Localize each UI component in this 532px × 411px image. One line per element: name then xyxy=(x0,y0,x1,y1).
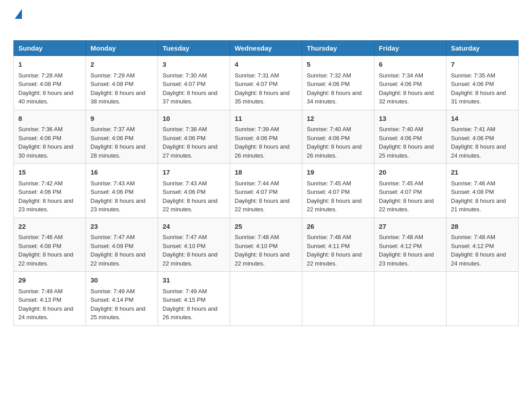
calendar-day-cell: 9 Sunrise: 7:37 AMSunset: 4:06 PMDayligh… xyxy=(86,110,158,164)
day-sunrise: Sunrise: 7:46 AMSunset: 4:08 PMDaylight:… xyxy=(451,180,506,213)
calendar-day-cell: 20 Sunrise: 7:45 AMSunset: 4:07 PMDaylig… xyxy=(374,164,446,218)
day-number: 9 xyxy=(90,114,153,124)
calendar-day-cell: 29 Sunrise: 7:49 AMSunset: 4:13 PMDaylig… xyxy=(14,272,86,326)
day-number: 2 xyxy=(90,60,153,70)
calendar-day-cell: 16 Sunrise: 7:43 AMSunset: 4:06 PMDaylig… xyxy=(86,164,158,218)
calendar-day-cell: 11 Sunrise: 7:39 AMSunset: 4:06 PMDaylig… xyxy=(230,110,302,164)
day-number: 10 xyxy=(163,114,225,124)
calendar-day-cell: 25 Sunrise: 7:48 AMSunset: 4:10 PMDaylig… xyxy=(230,218,302,272)
calendar-week-row: 1 Sunrise: 7:28 AMSunset: 4:08 PMDayligh… xyxy=(14,56,519,110)
calendar-week-row: 15 Sunrise: 7:42 AMSunset: 4:06 PMDaylig… xyxy=(14,164,519,218)
day-sunrise: Sunrise: 7:36 AMSunset: 4:06 PMDaylight:… xyxy=(18,126,73,159)
day-number: 17 xyxy=(163,167,225,178)
day-sunrise: Sunrise: 7:34 AMSunset: 4:06 PMDaylight:… xyxy=(379,72,434,105)
day-sunrise: Sunrise: 7:28 AMSunset: 4:08 PMDaylight:… xyxy=(18,72,73,105)
calendar-day-cell: 19 Sunrise: 7:45 AMSunset: 4:07 PMDaylig… xyxy=(302,164,374,218)
day-number: 31 xyxy=(163,275,225,286)
calendar-day-cell: 22 Sunrise: 7:46 AMSunset: 4:08 PMDaylig… xyxy=(14,218,86,272)
day-sunrise: Sunrise: 7:43 AMSunset: 4:06 PMDaylight:… xyxy=(163,180,218,213)
calendar-day-cell: 30 Sunrise: 7:49 AMSunset: 4:14 PMDaylig… xyxy=(86,272,158,326)
page-header xyxy=(13,9,519,31)
day-sunrise: Sunrise: 7:48 AMSunset: 4:10 PMDaylight:… xyxy=(235,234,290,267)
calendar-day-cell: 7 Sunrise: 7:35 AMSunset: 4:06 PMDayligh… xyxy=(446,56,519,110)
day-sunrise: Sunrise: 7:43 AMSunset: 4:06 PMDaylight:… xyxy=(90,180,146,213)
calendar-day-cell: 23 Sunrise: 7:47 AMSunset: 4:09 PMDaylig… xyxy=(86,218,158,272)
day-sunrise: Sunrise: 7:29 AMSunset: 4:08 PMDaylight:… xyxy=(90,72,146,105)
calendar-day-cell: 13 Sunrise: 7:40 AMSunset: 4:06 PMDaylig… xyxy=(374,110,446,164)
weekday-header-monday: Monday xyxy=(86,41,158,56)
day-number: 14 xyxy=(451,114,514,124)
calendar-day-cell: 3 Sunrise: 7:30 AMSunset: 4:07 PMDayligh… xyxy=(158,56,230,110)
day-number: 19 xyxy=(307,167,369,178)
day-sunrise: Sunrise: 7:47 AMSunset: 4:10 PMDaylight:… xyxy=(163,234,218,267)
weekday-header-wednesday: Wednesday xyxy=(230,41,302,56)
weekday-header-saturday: Saturday xyxy=(446,41,519,56)
calendar-week-row: 29 Sunrise: 7:49 AMSunset: 4:13 PMDaylig… xyxy=(14,272,519,326)
calendar-day-cell: 10 Sunrise: 7:38 AMSunset: 4:06 PMDaylig… xyxy=(158,110,230,164)
day-sunrise: Sunrise: 7:49 AMSunset: 4:13 PMDaylight:… xyxy=(18,288,73,321)
day-sunrise: Sunrise: 7:49 AMSunset: 4:15 PMDaylight:… xyxy=(163,288,218,321)
calendar-day-cell xyxy=(302,272,374,326)
day-number: 5 xyxy=(307,60,369,70)
calendar-day-cell: 31 Sunrise: 7:49 AMSunset: 4:15 PMDaylig… xyxy=(158,272,230,326)
day-number: 15 xyxy=(18,167,81,178)
calendar-day-cell: 24 Sunrise: 7:47 AMSunset: 4:10 PMDaylig… xyxy=(158,218,230,272)
calendar-day-cell: 26 Sunrise: 7:48 AMSunset: 4:11 PMDaylig… xyxy=(302,218,374,272)
day-sunrise: Sunrise: 7:40 AMSunset: 4:06 PMDaylight:… xyxy=(307,126,362,159)
day-sunrise: Sunrise: 7:37 AMSunset: 4:06 PMDaylight:… xyxy=(90,126,146,159)
calendar-day-cell: 5 Sunrise: 7:32 AMSunset: 4:06 PMDayligh… xyxy=(302,56,374,110)
day-sunrise: Sunrise: 7:48 AMSunset: 4:12 PMDaylight:… xyxy=(451,234,506,267)
weekday-header-row: SundayMondayTuesdayWednesdayThursdayFrid… xyxy=(14,41,519,56)
calendar-table: SundayMondayTuesdayWednesdayThursdayFrid… xyxy=(13,40,519,326)
day-sunrise: Sunrise: 7:38 AMSunset: 4:06 PMDaylight:… xyxy=(163,126,218,159)
day-sunrise: Sunrise: 7:49 AMSunset: 4:14 PMDaylight:… xyxy=(90,288,146,321)
day-number: 21 xyxy=(451,167,514,178)
day-number: 6 xyxy=(379,60,442,70)
day-number: 26 xyxy=(307,222,369,232)
weekday-header-sunday: Sunday xyxy=(14,41,86,56)
day-sunrise: Sunrise: 7:30 AMSunset: 4:07 PMDaylight:… xyxy=(163,72,218,105)
calendar-week-row: 8 Sunrise: 7:36 AMSunset: 4:06 PMDayligh… xyxy=(14,110,519,164)
day-number: 1 xyxy=(18,60,81,70)
day-number: 12 xyxy=(307,114,369,124)
day-sunrise: Sunrise: 7:48 AMSunset: 4:11 PMDaylight:… xyxy=(307,234,362,267)
calendar-day-cell: 27 Sunrise: 7:48 AMSunset: 4:12 PMDaylig… xyxy=(374,218,446,272)
calendar-day-cell: 15 Sunrise: 7:42 AMSunset: 4:06 PMDaylig… xyxy=(14,164,86,218)
day-number: 27 xyxy=(379,222,442,232)
calendar-day-cell: 18 Sunrise: 7:44 AMSunset: 4:07 PMDaylig… xyxy=(230,164,302,218)
calendar-day-cell: 4 Sunrise: 7:31 AMSunset: 4:07 PMDayligh… xyxy=(230,56,302,110)
day-number: 3 xyxy=(163,60,225,70)
logo xyxy=(13,9,22,31)
weekday-header-thursday: Thursday xyxy=(302,41,374,56)
day-number: 29 xyxy=(18,275,81,286)
day-number: 18 xyxy=(235,167,297,178)
calendar-day-cell: 6 Sunrise: 7:34 AMSunset: 4:06 PMDayligh… xyxy=(374,56,446,110)
day-sunrise: Sunrise: 7:42 AMSunset: 4:06 PMDaylight:… xyxy=(18,180,73,213)
day-number: 16 xyxy=(90,167,153,178)
day-number: 23 xyxy=(90,222,153,232)
day-number: 8 xyxy=(18,114,81,124)
calendar-day-cell: 8 Sunrise: 7:36 AMSunset: 4:06 PMDayligh… xyxy=(14,110,86,164)
day-number: 28 xyxy=(451,222,514,232)
day-number: 7 xyxy=(451,60,514,70)
day-sunrise: Sunrise: 7:31 AMSunset: 4:07 PMDaylight:… xyxy=(235,72,290,105)
day-sunrise: Sunrise: 7:35 AMSunset: 4:06 PMDaylight:… xyxy=(451,72,506,105)
day-sunrise: Sunrise: 7:45 AMSunset: 4:07 PMDaylight:… xyxy=(307,180,362,213)
calendar-day-cell xyxy=(374,272,446,326)
day-sunrise: Sunrise: 7:32 AMSunset: 4:06 PMDaylight:… xyxy=(307,72,362,105)
calendar-day-cell: 17 Sunrise: 7:43 AMSunset: 4:06 PMDaylig… xyxy=(158,164,230,218)
day-number: 25 xyxy=(235,222,297,232)
day-sunrise: Sunrise: 7:44 AMSunset: 4:07 PMDaylight:… xyxy=(235,180,290,213)
calendar-day-cell: 1 Sunrise: 7:28 AMSunset: 4:08 PMDayligh… xyxy=(14,56,86,110)
day-sunrise: Sunrise: 7:40 AMSunset: 4:06 PMDaylight:… xyxy=(379,126,434,159)
calendar-day-cell: 12 Sunrise: 7:40 AMSunset: 4:06 PMDaylig… xyxy=(302,110,374,164)
day-sunrise: Sunrise: 7:47 AMSunset: 4:09 PMDaylight:… xyxy=(90,234,146,267)
calendar-week-row: 22 Sunrise: 7:46 AMSunset: 4:08 PMDaylig… xyxy=(14,218,519,272)
day-sunrise: Sunrise: 7:45 AMSunset: 4:07 PMDaylight:… xyxy=(379,180,434,213)
day-sunrise: Sunrise: 7:39 AMSunset: 4:06 PMDaylight:… xyxy=(235,126,290,159)
day-number: 30 xyxy=(90,275,153,286)
weekday-header-tuesday: Tuesday xyxy=(158,41,230,56)
weekday-header-friday: Friday xyxy=(374,41,446,56)
calendar-day-cell: 2 Sunrise: 7:29 AMSunset: 4:08 PMDayligh… xyxy=(86,56,158,110)
calendar-day-cell: 28 Sunrise: 7:48 AMSunset: 4:12 PMDaylig… xyxy=(446,218,519,272)
